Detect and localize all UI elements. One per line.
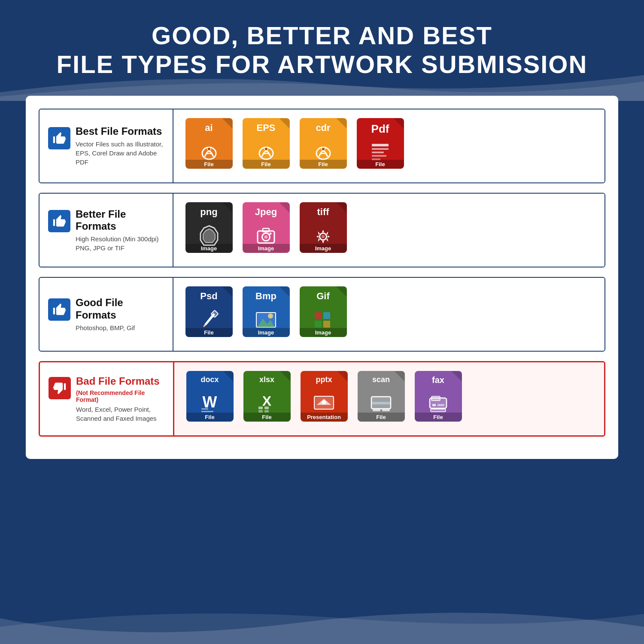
good-thumbup-icon xyxy=(52,302,67,317)
bad-title: Bad File Formats xyxy=(76,375,164,388)
ai-icon-img xyxy=(198,140,220,162)
svg-rect-47 xyxy=(431,409,446,412)
svg-rect-33 xyxy=(264,407,269,409)
svg-rect-6 xyxy=(372,144,389,146)
pdf-file-icon: Pdf File xyxy=(355,118,405,174)
better-title: Better File Formats xyxy=(76,208,164,233)
xlsx-file-shape: xlsx X File xyxy=(243,371,291,422)
bmp-icon-img xyxy=(254,309,278,330)
gif-file-shape: Gif Image xyxy=(300,286,347,337)
best-thumb-icon xyxy=(48,127,70,149)
best-desc: Vector Files such as Illustrator, EPS, C… xyxy=(76,140,164,167)
good-row: Good File Formats Photoshop, BMP, Gif Ps… xyxy=(39,277,605,352)
eps-icon-img xyxy=(255,140,277,162)
bad-desc: Word, Excel, Power Point, Scanned and Fa… xyxy=(76,405,164,423)
svg-point-16 xyxy=(264,235,268,239)
bad-label-text: Bad File Formats (Not Recommended File F… xyxy=(76,375,164,423)
svg-rect-40 xyxy=(371,402,391,404)
header-line1: GOOD, BETTER AND BEST xyxy=(152,21,492,49)
good-label-text: Good File Formats Photoshop, BMP, Gif xyxy=(76,297,164,332)
cdr-file-icon: cdr File xyxy=(298,118,348,174)
svg-rect-9 xyxy=(372,155,386,157)
gif-file-icon: Gif Image xyxy=(298,286,348,342)
cdr-file-shape: cdr File xyxy=(300,118,347,169)
svg-point-5 xyxy=(322,147,325,151)
png-icon-img xyxy=(196,224,222,247)
svg-rect-8 xyxy=(372,152,384,153)
scan-file-shape: scan File xyxy=(358,371,405,422)
cdr-icon-img xyxy=(313,140,334,162)
good-icons-area: Psd File xyxy=(173,278,605,351)
best-row: Best File Formats Vector Files such as I… xyxy=(39,109,605,183)
thumbdown-icon xyxy=(52,381,67,395)
bmp-file-icon: Bmp Image xyxy=(241,286,291,342)
jpeg-file-shape: Jpeg Image xyxy=(243,202,290,253)
good-thumb-icon xyxy=(48,298,70,321)
svg-point-17 xyxy=(270,233,272,235)
tiff-file-shape: tiff xyxy=(300,202,347,253)
gif-icon-img xyxy=(311,309,335,330)
bad-subtitle: (Not Recommended File Format) xyxy=(76,389,164,403)
xlsx-file-icon: xlsx X File xyxy=(242,371,292,427)
png-file-shape: png Image xyxy=(185,202,233,253)
bad-label-area: Bad File Formats (Not Recommended File F… xyxy=(40,368,173,431)
svg-rect-45 xyxy=(432,404,436,406)
svg-rect-7 xyxy=(372,148,389,150)
pdf-file-shape: Pdf File xyxy=(357,118,404,169)
best-icons-area: ai File xyxy=(173,109,605,182)
bad-row: Bad File Formats (Not Recommended File F… xyxy=(39,361,605,437)
svg-rect-30 xyxy=(201,411,213,412)
svg-point-3 xyxy=(264,147,268,151)
svg-text:W: W xyxy=(203,393,217,411)
fax-icon-img xyxy=(426,393,450,414)
fax-file-icon: fax File xyxy=(413,371,463,427)
svg-rect-41 xyxy=(373,409,380,411)
better-desc: High Resolution (Min 300dpi) PNG, JPG or… xyxy=(76,234,164,252)
content-area: Best File Formats Vector Files such as I… xyxy=(26,96,618,459)
scan-file-icon: scan File xyxy=(356,371,406,427)
jpeg-file-icon: Jpeg Image xyxy=(241,202,291,258)
svg-marker-12 xyxy=(203,229,215,243)
scan-icon-img xyxy=(369,392,393,414)
ai-file-icon: ai File xyxy=(184,118,234,174)
better-thumb-icon xyxy=(48,210,70,232)
png-file-icon: png Image xyxy=(184,202,234,258)
svg-rect-46 xyxy=(437,404,444,406)
svg-rect-42 xyxy=(382,409,390,411)
ai-file-shape: ai File xyxy=(185,118,233,169)
svg-rect-44 xyxy=(431,396,440,401)
better-thumbup-icon xyxy=(52,214,67,228)
tiff-icon-img xyxy=(311,225,335,246)
svg-point-38 xyxy=(322,400,326,404)
better-icons-area: png Image Jpeg xyxy=(173,194,605,267)
header: GOOD, BETTER AND BEST FILE TYPES FOR ART… xyxy=(0,0,644,91)
jpeg-icon-img xyxy=(254,225,278,246)
svg-point-23 xyxy=(268,313,273,319)
main-container: GOOD, BETTER AND BEST FILE TYPES FOR ART… xyxy=(0,0,644,644)
pdf-icon-img xyxy=(368,142,392,163)
psd-file-icon: Psd File xyxy=(184,286,234,342)
docx-file-icon: docx W File xyxy=(185,371,234,427)
svg-text:X: X xyxy=(262,393,272,409)
good-desc: Photoshop, BMP, Gif xyxy=(76,323,164,332)
psd-icon-img xyxy=(197,309,221,330)
bad-icons-area: docx W File xlsx xyxy=(173,362,604,435)
pptx-icon-img xyxy=(312,393,336,413)
eps-file-shape: EPS File xyxy=(243,118,290,169)
svg-point-19 xyxy=(322,235,325,238)
better-label-area: Better File Formats High Resolution (Min… xyxy=(39,200,173,261)
svg-point-1 xyxy=(207,147,211,151)
best-title: Best File Formats xyxy=(76,125,164,138)
good-title: Good File Formats xyxy=(76,297,164,322)
svg-rect-35 xyxy=(264,410,269,413)
docx-file-shape: docx W File xyxy=(186,371,234,422)
pptx-file-icon: pptx Presentation xyxy=(299,371,349,427)
svg-rect-27 xyxy=(323,321,330,328)
pptx-file-shape: pptx Presentation xyxy=(301,371,348,422)
svg-rect-29 xyxy=(201,408,208,410)
psd-file-shape: Psd File xyxy=(185,286,233,337)
fax-file-shape: fax File xyxy=(415,371,462,422)
bmp-file-shape: Bmp Image xyxy=(243,286,290,337)
eps-file-icon: EPS File xyxy=(241,118,291,174)
svg-rect-24 xyxy=(315,312,322,319)
